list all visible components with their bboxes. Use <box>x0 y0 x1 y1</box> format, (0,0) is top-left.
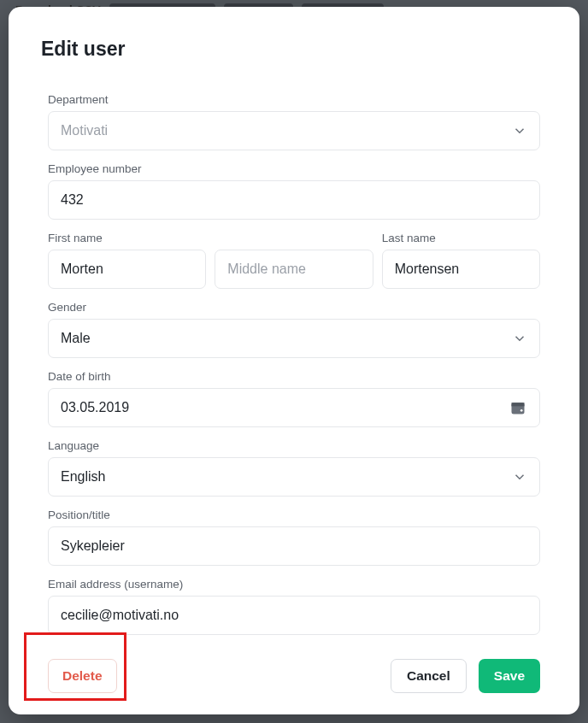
input-last-name[interactable] <box>395 250 527 288</box>
label-position: Position/title <box>48 508 540 521</box>
modal-title: Edit user <box>41 38 547 61</box>
input-dob[interactable]: 03.05.2019 <box>48 388 540 427</box>
edit-user-modal: Edit user Department Motivati Employee n… <box>9 7 579 714</box>
label-language: Language <box>48 439 540 452</box>
chevron-down-icon <box>512 331 527 346</box>
select-department-value: Motivati <box>61 123 512 138</box>
field-employee-number: Employee number <box>48 162 540 220</box>
field-first-name: First name <box>48 232 206 289</box>
chevron-down-icon <box>512 469 527 485</box>
field-language: Language English <box>48 439 540 497</box>
field-gender: Gender Male <box>48 301 540 358</box>
field-middle-name: Middle name <box>215 232 373 289</box>
svg-point-2 <box>520 409 523 412</box>
input-middle-name[interactable] <box>227 250 360 288</box>
modal-footer: Delete Cancel Save <box>41 659 547 693</box>
svg-rect-1 <box>512 403 525 406</box>
select-gender-value: Male <box>61 331 512 346</box>
input-first-name[interactable] <box>61 250 193 288</box>
field-department: Department Motivati <box>48 93 540 150</box>
label-email: Email address (username) <box>48 578 540 591</box>
field-position: Position/title <box>48 508 540 566</box>
input-dob-value: 03.05.2019 <box>61 400 509 415</box>
input-position-wrap <box>48 526 540 566</box>
label-employee-number: Employee number <box>48 162 540 175</box>
input-middle-name-wrap <box>215 250 373 289</box>
label-first-name: First name <box>48 232 206 244</box>
select-gender[interactable]: Male <box>48 319 540 358</box>
field-last-name: Last name <box>382 232 540 289</box>
input-position[interactable] <box>61 527 527 565</box>
edit-user-form: Department Motivati Employee number Firs… <box>41 93 547 635</box>
input-last-name-wrap <box>382 250 540 289</box>
select-language[interactable]: English <box>48 457 540 497</box>
input-email[interactable] <box>61 597 527 634</box>
input-first-name-wrap <box>48 250 206 289</box>
label-dob: Date of birth <box>48 370 540 383</box>
input-email-wrap <box>48 596 540 635</box>
calendar-icon <box>509 399 527 416</box>
footer-right: Cancel Save <box>391 659 540 693</box>
input-employee-number-wrap <box>48 180 540 220</box>
save-button[interactable]: Save <box>479 659 540 693</box>
delete-button[interactable]: Delete <box>48 659 117 693</box>
field-dob: Date of birth 03.05.2019 <box>48 370 540 427</box>
cancel-button[interactable]: Cancel <box>391 659 467 693</box>
select-language-value: English <box>61 469 512 485</box>
label-last-name: Last name <box>382 232 540 244</box>
label-gender: Gender <box>48 301 540 314</box>
field-email: Email address (username) <box>48 578 540 635</box>
label-department: Department <box>48 93 540 106</box>
input-employee-number[interactable] <box>61 181 527 219</box>
chevron-down-icon <box>512 123 527 138</box>
name-row: First name Middle name Last name <box>48 232 540 289</box>
select-department[interactable]: Motivati <box>48 111 540 150</box>
